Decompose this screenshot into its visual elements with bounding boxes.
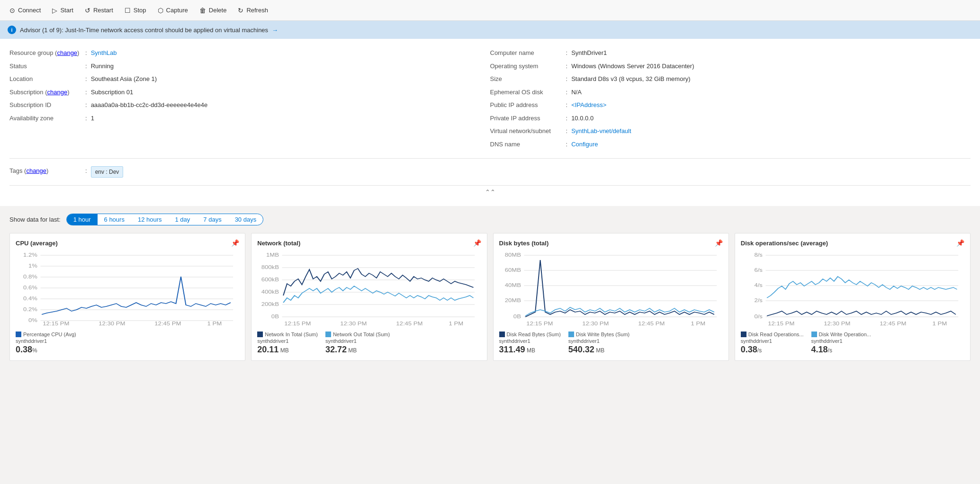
svg-text:12:15 PM: 12:15 PM (284, 321, 311, 326)
change-resourcegroup-link[interactable]: change (57, 49, 77, 56)
svg-text:12:15 PM: 12:15 PM (526, 321, 553, 326)
disk-ops-pin-icon[interactable]: 📌 (956, 239, 964, 247)
svg-text:12:30 PM: 12:30 PM (582, 321, 609, 326)
time-btn-1hour[interactable]: 1 hour (67, 214, 98, 225)
info-row-vnet: Virtual network/subnet : SynthLab-vnet/d… (490, 125, 971, 138)
svg-text:0B: 0B (271, 314, 279, 319)
info-icon: i (8, 26, 16, 34)
info-row-subscriptionid: Subscription ID : aaaa0a0a-bb1b-cc2c-dd3… (9, 99, 490, 112)
svg-text:600kB: 600kB (261, 277, 279, 282)
svg-text:0.8%: 0.8% (23, 274, 37, 279)
disk-ops-chart-title: Disk operations/sec (average) (741, 240, 828, 247)
svg-text:0/s: 0/s (754, 314, 763, 319)
connect-button[interactable]: ⊙ Connect (4, 0, 46, 20)
change-tags-link[interactable]: change (26, 167, 46, 174)
capture-button[interactable]: ⬡ Capture (152, 0, 194, 20)
restart-icon: ↺ (85, 7, 90, 14)
svg-text:800kB: 800kB (261, 265, 279, 270)
data-filter-label: Show data for last: (9, 216, 61, 223)
info-row-computername: Computer name : SynthDriver1 (490, 46, 971, 60)
vnet-link[interactable]: SynthLab-vnet/default (571, 127, 631, 134)
info-row-availzone: Availability zone : 1 (9, 112, 490, 125)
svg-text:8/s: 8/s (754, 252, 763, 258)
vm-info-section: Resource group (change) : SynthLab Statu… (9, 46, 971, 159)
stop-button[interactable]: ☐ Stop (119, 0, 152, 20)
info-row-publicip: Public IP address : <IPAddress> (490, 99, 971, 112)
svg-text:200kB: 200kB (261, 302, 279, 307)
toolbar: ⊙ Connect ▷ Start ↺ Restart ☐ Stop ⬡ Cap… (0, 0, 980, 21)
svg-text:12:45 PM: 12:45 PM (154, 321, 181, 326)
time-btn-6hours[interactable]: 6 hours (98, 214, 131, 225)
tags-section: Tags (change) : env : Dev (9, 159, 971, 186)
time-btn-12hours[interactable]: 12 hours (131, 214, 169, 225)
cpu-pin-icon[interactable]: 📌 (231, 239, 239, 247)
advisor-text: Advisor (1 of 9): Just-In-Time network a… (20, 27, 268, 34)
svg-text:12:15 PM: 12:15 PM (768, 321, 794, 326)
diskreadops-legend-color (741, 332, 746, 337)
restart-button[interactable]: ↺ Restart (79, 0, 119, 20)
svg-text:1 PM: 1 PM (932, 321, 947, 326)
info-row-ephemeraldisk: Ephemeral OS disk : N/A (490, 86, 971, 99)
info-row-size: Size : Standard D8s v3 (8 vcpus, 32 GiB … (490, 72, 971, 86)
info-row-subscription: Subscription (change) : Subscription 01 (9, 86, 490, 99)
info-row-dns: DNS name : Configure (490, 138, 971, 151)
delete-icon: 🗑 (199, 7, 206, 14)
svg-text:12:30 PM: 12:30 PM (341, 321, 367, 326)
svg-text:0.6%: 0.6% (23, 285, 37, 290)
svg-text:12:45 PM: 12:45 PM (396, 321, 423, 326)
info-row-privateip: Private IP address : 10.0.0.0 (490, 112, 971, 125)
collapse-bar[interactable]: ⌃⌃ (9, 186, 971, 198)
main-content: Resource group (change) : SynthLab Statu… (0, 39, 980, 206)
diskwriteops-legend-color (811, 332, 817, 337)
cpu-legend: Percentage CPU (Avg) synthddriver1 0.38% (16, 332, 239, 355)
network-chart-card: Network (total) 📌 1MB 800kB 600kB 400kB … (251, 233, 487, 361)
publicip-link[interactable]: <IPAddress> (571, 101, 606, 108)
svg-text:60MB: 60MB (504, 268, 521, 273)
disk-bytes-pin-icon[interactable]: 📌 (715, 239, 723, 247)
network-pin-icon[interactable]: 📌 (473, 239, 481, 247)
disk-ops-chart-card: Disk operations/sec (average) 📌 8/s 6/s … (735, 233, 971, 361)
tag-chip: env : Dev (91, 166, 124, 178)
stop-icon: ☐ (125, 7, 131, 14)
charts-grid: CPU (average) 📌 1.2% 1% 0.8% (9, 233, 971, 361)
svg-text:40MB: 40MB (504, 283, 521, 288)
svg-text:2/s: 2/s (754, 298, 763, 303)
delete-button[interactable]: 🗑 Delete (194, 0, 233, 20)
refresh-icon: ↻ (238, 7, 243, 14)
network-chart-title: Network (total) (257, 240, 300, 247)
disk-bytes-chart-card: Disk bytes (total) 📌 80MB 60MB 40MB 20MB… (493, 233, 729, 361)
time-btn-1day[interactable]: 1 day (169, 214, 197, 225)
info-left: Resource group (change) : SynthLab Statu… (9, 46, 490, 151)
cpu-chart-card: CPU (average) 📌 1.2% 1% 0.8% (9, 233, 245, 361)
cpu-chart-svg: 1.2% 1% 0.8% 0.6% 0.4% 0.2% 0% 12:15 PM … (16, 251, 239, 328)
advisor-link[interactable]: → (272, 27, 278, 34)
dns-link[interactable]: Configure (571, 141, 598, 148)
refresh-button[interactable]: ↻ Refresh (232, 0, 274, 20)
netout-legend-color (325, 332, 331, 337)
network-chart-svg: 1MB 800kB 600kB 400kB 200kB 0B 12:15 PM … (257, 251, 481, 328)
info-right: Computer name : SynthDriver1 Operating s… (490, 46, 971, 151)
resourcegroup-link[interactable]: SynthLab (91, 49, 117, 56)
info-row-status: Status : Running (9, 60, 490, 73)
svg-text:12:45 PM: 12:45 PM (880, 321, 906, 326)
svg-text:12:45 PM: 12:45 PM (638, 321, 665, 326)
capture-icon: ⬡ (158, 7, 163, 14)
svg-text:1.2%: 1.2% (23, 252, 37, 258)
svg-text:12:15 PM: 12:15 PM (43, 321, 69, 326)
change-subscription-link[interactable]: change (47, 89, 67, 96)
start-button[interactable]: ▷ Start (46, 0, 79, 20)
connect-icon: ⊙ (9, 7, 15, 14)
time-btn-7days[interactable]: 7 days (197, 214, 228, 225)
cpu-legend-color (16, 332, 21, 337)
svg-text:6/s: 6/s (754, 268, 763, 273)
svg-text:1%: 1% (28, 263, 37, 269)
time-btn-30days[interactable]: 30 days (228, 214, 263, 225)
network-legend: Network In Total (Sum) synthddriver1 20.… (257, 332, 481, 355)
svg-text:0.2%: 0.2% (23, 307, 37, 312)
svg-text:0%: 0% (28, 318, 37, 323)
svg-text:80MB: 80MB (504, 252, 521, 258)
info-row-os: Operating system : Windows (Windows Serv… (490, 60, 971, 73)
svg-text:1 PM: 1 PM (691, 321, 705, 326)
disk-bytes-chart-svg: 80MB 60MB 40MB 20MB 0B 12:15 PM 12:30 PM… (499, 251, 723, 328)
svg-text:4/s: 4/s (754, 283, 763, 288)
